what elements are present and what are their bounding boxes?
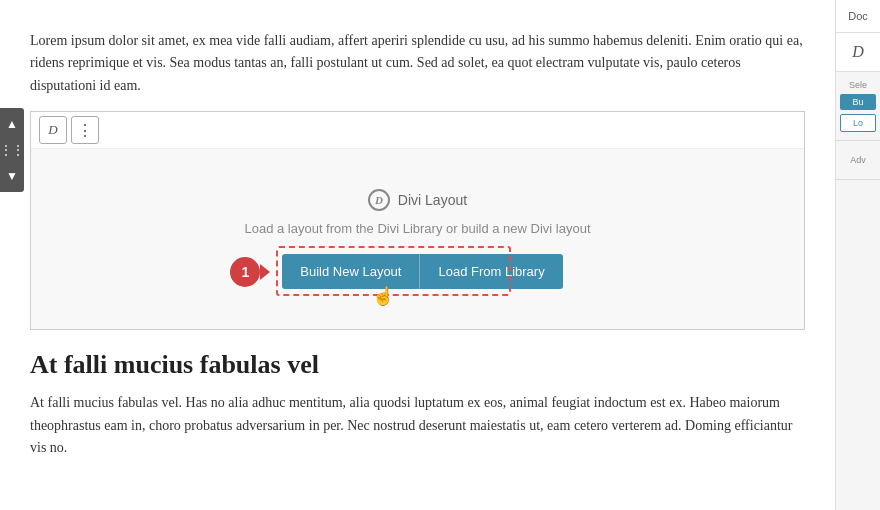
left-toolbar: ▲ ⋮⋮ ▼ [0, 108, 24, 192]
move-down-btn[interactable]: ▼ [0, 164, 24, 188]
sidebar-tab-doc[interactable]: Doc [836, 0, 880, 33]
drag-handle[interactable]: ⋮⋮ [0, 138, 24, 162]
selection-wrapper: Build New LayoutLoad From Library ☝ [282, 254, 562, 289]
more-options-btn[interactable]: ⋮ [71, 116, 99, 144]
divi-logo-btn[interactable]: D [39, 116, 67, 144]
layout-description: Load a layout from the Divi Library or b… [244, 221, 590, 236]
more-icon: ⋮ [77, 121, 93, 140]
adv-label: Adv [846, 149, 870, 171]
divi-module: D ⋮ D Divi Layout Load a layout from the… [30, 111, 805, 330]
build-new-layout-btn[interactable]: Build New Layout [282, 254, 419, 289]
sidebar-tab-d[interactable]: D [836, 33, 880, 72]
sidebar-select-section: Sele Bu Lo [836, 72, 880, 141]
section-body: At falli mucius fabulas vel. Has no alia… [30, 392, 805, 459]
module-toolbar: D ⋮ [31, 112, 804, 149]
select-label: Sele [849, 80, 867, 90]
divi-logo-icon: D [48, 122, 57, 138]
sidebar-adv-section: Adv [836, 141, 880, 180]
intro-paragraph: Lorem ipsum dolor sit amet, ex mea vide … [30, 30, 805, 97]
layout-buttons-area: 1 Build New LayoutLoad From Library ☝ [272, 254, 562, 289]
module-inner: D Divi Layout Load a layout from the Div… [31, 149, 804, 329]
sidebar-build-btn[interactable]: Bu [840, 94, 876, 110]
layout-title: Divi Layout [398, 192, 467, 208]
section-title: At falli mucius fabulas vel [30, 350, 805, 380]
layout-header: D Divi Layout [368, 189, 467, 211]
right-sidebar: Doc D Sele Bu Lo Adv [835, 0, 880, 510]
step-badge: 1 [230, 257, 260, 287]
load-from-library-btn[interactable]: Load From Library [419, 254, 562, 289]
move-up-btn[interactable]: ▲ [0, 112, 24, 136]
sidebar-load-btn[interactable]: Lo [840, 114, 876, 132]
divi-circle-icon: D [368, 189, 390, 211]
